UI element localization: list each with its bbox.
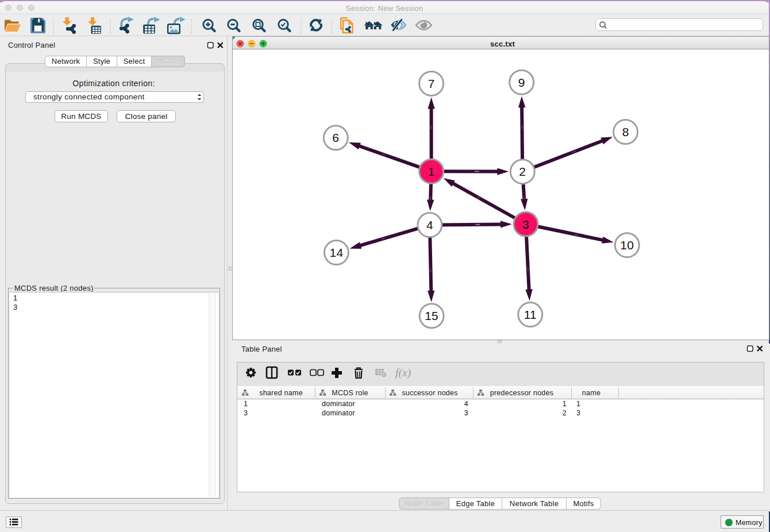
svg-text:8: 8 <box>622 125 629 138</box>
svg-text:9: 9 <box>518 76 525 89</box>
svg-text:6: 6 <box>332 131 339 144</box>
svg-text:shared name: shared name <box>259 389 303 397</box>
svg-text:10: 10 <box>620 238 634 252</box>
svg-text:name: name <box>582 389 600 397</box>
svg-text:7: 7 <box>428 77 435 90</box>
svg-text:1: 1 <box>428 165 435 178</box>
svg-text:MCDS role: MCDS role <box>332 389 368 397</box>
svg-text:14: 14 <box>329 246 343 259</box>
svg-text:f(x): f(x) <box>395 367 411 379</box>
svg-text:3: 3 <box>522 218 529 231</box>
svg-text:4: 4 <box>426 218 433 232</box>
svg-text:15: 15 <box>425 309 438 322</box>
svg-text:successor nodes: successor nodes <box>402 389 458 397</box>
svg-text:11: 11 <box>524 308 537 321</box>
svg-text:2: 2 <box>519 165 526 178</box>
svg-text:predecessor nodes: predecessor nodes <box>490 389 554 397</box>
